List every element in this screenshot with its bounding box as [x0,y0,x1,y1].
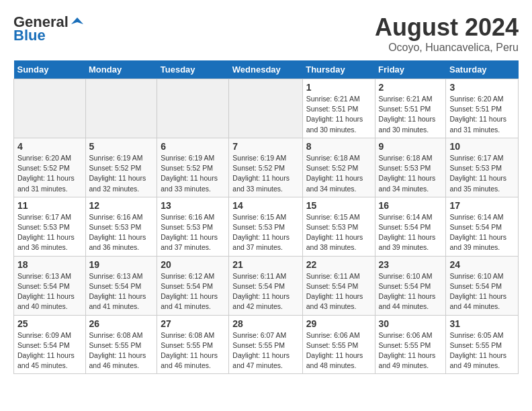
calendar-cell: 16Sunrise: 6:14 AMSunset: 5:54 PMDayligh… [375,197,446,256]
cell-info: Sunrise: 6:19 AMSunset: 5:52 PMDaylight:… [89,153,154,194]
calendar-cell: 19Sunrise: 6:13 AMSunset: 5:54 PMDayligh… [85,256,157,315]
calendar-cell: 4Sunrise: 6:20 AMSunset: 5:52 PMDaylight… [14,138,86,197]
cell-info: Sunrise: 6:16 AMSunset: 5:53 PMDaylight:… [89,212,154,253]
cell-info: Sunrise: 6:19 AMSunset: 5:52 PMDaylight:… [161,153,225,194]
day-header-thursday: Thursday [302,60,375,79]
cell-info: Sunrise: 6:11 AMSunset: 5:54 PMDaylight:… [232,271,298,312]
day-number: 15 [306,200,371,211]
location-subtitle: Ocoyo, Huancavelica, Peru [375,42,519,54]
week-row-2: 4Sunrise: 6:20 AMSunset: 5:52 PMDaylight… [14,138,519,197]
cell-info: Sunrise: 6:14 AMSunset: 5:54 PMDaylight:… [379,212,443,253]
cell-info: Sunrise: 6:17 AMSunset: 5:53 PMDaylight:… [17,212,82,253]
day-number: 23 [379,259,443,270]
calendar-cell: 24Sunrise: 6:10 AMSunset: 5:54 PMDayligh… [446,256,519,315]
calendar-cell: 6Sunrise: 6:19 AMSunset: 5:52 PMDaylight… [157,138,229,197]
week-row-3: 11Sunrise: 6:17 AMSunset: 5:53 PMDayligh… [14,197,519,256]
day-number: 3 [449,82,515,93]
calendar-cell: 1Sunrise: 6:21 AMSunset: 5:51 PMDaylight… [302,79,375,138]
logo-bird-icon [70,15,85,30]
cell-info: Sunrise: 6:07 AMSunset: 5:55 PMDaylight:… [232,330,298,371]
cell-info: Sunrise: 6:09 AMSunset: 5:54 PMDaylight:… [17,330,82,371]
calendar-cell: 21Sunrise: 6:11 AMSunset: 5:54 PMDayligh… [229,256,302,315]
cell-info: Sunrise: 6:21 AMSunset: 5:51 PMDaylight:… [306,94,371,135]
day-number: 31 [449,318,515,329]
calendar-cell: 12Sunrise: 6:16 AMSunset: 5:53 PMDayligh… [85,197,157,256]
month-year-title: August 2024 [375,13,519,42]
calendar-cell: 9Sunrise: 6:18 AMSunset: 5:53 PMDaylight… [375,138,446,197]
cell-info: Sunrise: 6:13 AMSunset: 5:54 PMDaylight:… [89,271,154,312]
calendar-cell: 10Sunrise: 6:17 AMSunset: 5:53 PMDayligh… [446,138,519,197]
cell-info: Sunrise: 6:12 AMSunset: 5:54 PMDaylight:… [161,271,225,312]
day-number: 11 [17,200,82,211]
day-number: 16 [379,200,443,211]
day-number: 30 [379,318,443,329]
cell-info: Sunrise: 6:21 AMSunset: 5:51 PMDaylight:… [379,94,443,135]
day-number: 5 [89,141,154,152]
calendar-cell: 30Sunrise: 6:06 AMSunset: 5:55 PMDayligh… [375,315,446,374]
day-header-row: SundayMondayTuesdayWednesdayThursdayFrid… [14,60,519,79]
day-number: 17 [449,200,515,211]
calendar-cell: 18Sunrise: 6:13 AMSunset: 5:54 PMDayligh… [14,256,86,315]
calendar-cell [229,79,302,138]
cell-info: Sunrise: 6:16 AMSunset: 5:53 PMDaylight:… [161,212,225,253]
day-header-friday: Friday [375,60,446,79]
calendar-cell: 28Sunrise: 6:07 AMSunset: 5:55 PMDayligh… [229,315,302,374]
calendar-cell: 3Sunrise: 6:20 AMSunset: 5:51 PMDaylight… [446,79,519,138]
calendar-cell: 8Sunrise: 6:18 AMSunset: 5:52 PMDaylight… [302,138,375,197]
day-header-tuesday: Tuesday [157,60,229,79]
day-number: 25 [17,318,82,329]
day-number: 10 [449,141,515,152]
day-number: 2 [379,82,443,93]
cell-info: Sunrise: 6:15 AMSunset: 5:53 PMDaylight:… [232,212,298,253]
day-number: 21 [232,259,298,270]
calendar-cell: 14Sunrise: 6:15 AMSunset: 5:53 PMDayligh… [229,197,302,256]
calendar-cell [157,79,229,138]
cell-info: Sunrise: 6:10 AMSunset: 5:54 PMDaylight:… [449,271,515,312]
cell-info: Sunrise: 6:20 AMSunset: 5:51 PMDaylight:… [449,94,515,135]
cell-info: Sunrise: 6:10 AMSunset: 5:54 PMDaylight:… [379,271,443,312]
cell-info: Sunrise: 6:05 AMSunset: 5:55 PMDaylight:… [449,330,515,371]
cell-info: Sunrise: 6:11 AMSunset: 5:54 PMDaylight:… [306,271,371,312]
logo: General Blue [13,13,85,44]
calendar-cell: 15Sunrise: 6:15 AMSunset: 5:53 PMDayligh… [302,197,375,256]
day-number: 4 [17,141,82,152]
page-header: General Blue August 2024 Ocoyo, Huancave… [13,13,519,54]
week-row-5: 25Sunrise: 6:09 AMSunset: 5:54 PMDayligh… [14,315,519,374]
calendar-cell [14,79,86,138]
day-number: 27 [161,318,225,329]
cell-info: Sunrise: 6:20 AMSunset: 5:52 PMDaylight:… [17,153,82,194]
calendar-cell: 17Sunrise: 6:14 AMSunset: 5:54 PMDayligh… [446,197,519,256]
cell-info: Sunrise: 6:19 AMSunset: 5:52 PMDaylight:… [232,153,298,194]
day-number: 13 [161,200,225,211]
cell-info: Sunrise: 6:15 AMSunset: 5:53 PMDaylight:… [306,212,371,253]
cell-info: Sunrise: 6:06 AMSunset: 5:55 PMDaylight:… [379,330,443,371]
day-number: 24 [449,259,515,270]
calendar-cell [85,79,157,138]
day-number: 8 [306,141,371,152]
cell-info: Sunrise: 6:06 AMSunset: 5:55 PMDaylight:… [306,330,371,371]
cell-info: Sunrise: 6:17 AMSunset: 5:53 PMDaylight:… [449,153,515,194]
calendar-cell: 27Sunrise: 6:08 AMSunset: 5:55 PMDayligh… [157,315,229,374]
svg-marker-0 [71,17,83,24]
day-number: 1 [306,82,371,93]
calendar-cell: 13Sunrise: 6:16 AMSunset: 5:53 PMDayligh… [157,197,229,256]
day-number: 19 [89,259,154,270]
calendar-cell: 2Sunrise: 6:21 AMSunset: 5:51 PMDaylight… [375,79,446,138]
day-number: 14 [232,200,298,211]
cell-info: Sunrise: 6:13 AMSunset: 5:54 PMDaylight:… [17,271,82,312]
cell-info: Sunrise: 6:08 AMSunset: 5:55 PMDaylight:… [161,330,225,371]
calendar-cell: 11Sunrise: 6:17 AMSunset: 5:53 PMDayligh… [14,197,86,256]
week-row-1: 1Sunrise: 6:21 AMSunset: 5:51 PMDaylight… [14,79,519,138]
day-number: 9 [379,141,443,152]
calendar-table: SundayMondayTuesdayWednesdayThursdayFrid… [13,60,519,374]
day-number: 20 [161,259,225,270]
day-number: 26 [89,318,154,329]
cell-info: Sunrise: 6:14 AMSunset: 5:54 PMDaylight:… [449,212,515,253]
calendar-cell: 5Sunrise: 6:19 AMSunset: 5:52 PMDaylight… [85,138,157,197]
calendar-cell: 29Sunrise: 6:06 AMSunset: 5:55 PMDayligh… [302,315,375,374]
calendar-cell: 22Sunrise: 6:11 AMSunset: 5:54 PMDayligh… [302,256,375,315]
logo-blue-text: Blue [13,27,46,44]
calendar-cell: 31Sunrise: 6:05 AMSunset: 5:55 PMDayligh… [446,315,519,374]
cell-info: Sunrise: 6:18 AMSunset: 5:52 PMDaylight:… [306,153,371,194]
calendar-cell: 25Sunrise: 6:09 AMSunset: 5:54 PMDayligh… [14,315,86,374]
